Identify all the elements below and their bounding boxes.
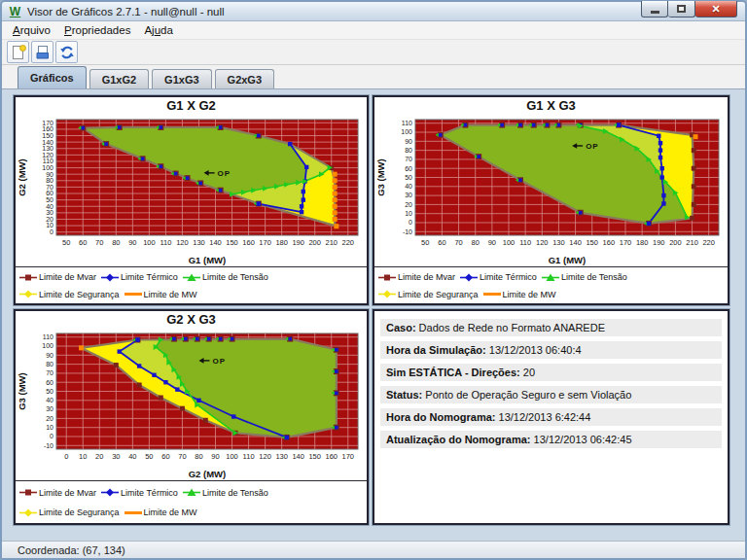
svg-text:OP: OP (586, 142, 599, 151)
svg-text:170: 170 (42, 120, 53, 126)
new-file-button[interactable] (7, 41, 29, 63)
svg-text:90: 90 (405, 138, 412, 145)
info-row: Caso: Dados de Rede no Formato ANAREDE (380, 319, 722, 336)
svg-text:70: 70 (405, 156, 412, 162)
info-row: Hora do Nomograma: 13/12/2013 6:42:44 (380, 408, 722, 426)
svg-text:40: 40 (46, 397, 53, 403)
coordinate-readout: Coordenada: (67, 134) (18, 544, 125, 556)
open-file-button[interactable] (31, 41, 53, 63)
svg-text:0: 0 (64, 452, 68, 461)
legend-item-limite-de-tens-o: Limite de Tensão (183, 272, 268, 282)
legend-item-limite-de-mw: Limite de MW (124, 290, 197, 299)
svg-text:20: 20 (46, 415, 53, 422)
menu-ajuda[interactable]: Ajuda (137, 22, 179, 38)
svg-text:100: 100 (42, 342, 53, 349)
legend-item-limite-de-mvar: Limite de Mvar (19, 488, 96, 498)
tab-g1xg2[interactable]: G1xG2 (89, 69, 149, 88)
tab-strip: GráficosG1xG2G1xG3G2xG3 (2, 65, 745, 88)
svg-text:110: 110 (43, 333, 53, 340)
svg-text:0: 0 (50, 228, 53, 235)
legend-item-limite-de-mvar: Limite de Mvar (19, 272, 96, 282)
svg-text:140: 140 (292, 452, 304, 461)
svg-text:80: 80 (112, 238, 120, 247)
svg-text:160: 160 (42, 125, 53, 132)
svg-text:30: 30 (405, 192, 412, 198)
svg-text:10: 10 (405, 210, 412, 217)
app-window: W Visor de Gráficos 2.7.1 - null@null - … (0, 0, 747, 560)
nomogram-plot[interactable]: 5060708090100110120130140150160170180190… (16, 113, 367, 266)
chart-title: G2 X G3 (16, 311, 367, 327)
title-bar: W Visor de Gráficos 2.7.1 - null@null - … (2, 2, 745, 21)
svg-text:0: 0 (50, 433, 53, 439)
svg-text:30: 30 (112, 452, 120, 461)
svg-text:60: 60 (46, 190, 53, 196)
svg-text:50: 50 (62, 238, 70, 247)
svg-text:50: 50 (405, 174, 412, 181)
menu-propriedades[interactable]: Propriedades (57, 22, 137, 38)
svg-text:0: 0 (409, 219, 412, 226)
svg-text:150: 150 (42, 132, 53, 139)
refresh-button[interactable] (55, 41, 78, 63)
svg-text:110: 110 (519, 238, 531, 247)
minimize-button[interactable] (641, 1, 668, 18)
window-controls: ✕ (641, 1, 737, 18)
svg-text:110: 110 (43, 158, 53, 164)
svg-text:110: 110 (402, 120, 412, 126)
nomogram-plot[interactable]: 5060708090100110120130140150160170180190… (374, 113, 728, 266)
svg-text:10: 10 (79, 452, 87, 461)
chart-panel-g2xg3: G2 X G3010203040506070809010011012013014… (14, 309, 369, 525)
svg-text:140: 140 (569, 238, 582, 247)
svg-text:150: 150 (586, 238, 598, 247)
svg-text:100: 100 (143, 238, 156, 247)
limite-de-seguran-a-marker-icon (19, 290, 37, 298)
new-file-icon (11, 45, 26, 60)
svg-text:120: 120 (536, 238, 549, 247)
chart-legend: Limite de MvarLimite TérmicoLimite de Te… (374, 266, 728, 303)
limite-de-seguran-a-marker-icon (378, 290, 396, 298)
app-icon: W (8, 5, 22, 18)
svg-text:60: 60 (46, 379, 53, 386)
svg-text:170: 170 (620, 238, 632, 247)
svg-text:110: 110 (160, 238, 171, 247)
chart-panel-g1xg2: G1 X G2506070809010011012013014015016017… (14, 95, 369, 305)
svg-text:130: 130 (552, 238, 565, 247)
limite-de-mw-marker-icon (124, 290, 142, 298)
svg-text:220: 220 (702, 238, 715, 247)
legend-item-limite-de-seguran-a: Limite de Segurança (378, 290, 479, 299)
svg-text:100: 100 (226, 452, 238, 461)
chart-legend: Limite de MvarLimite TérmicoLimite de Te… (16, 266, 367, 303)
svg-text:90: 90 (488, 238, 496, 247)
chart-legend: Limite de MvarLimite TérmicoLimite de Te… (16, 480, 367, 523)
nomogram-plot[interactable]: 0102030405060708090100110120130140150160… (16, 327, 367, 480)
svg-text:170: 170 (259, 238, 271, 247)
tab-g1xg3[interactable]: G1xG3 (152, 69, 211, 88)
svg-text:80: 80 (46, 177, 53, 184)
menu-arquivo[interactable]: Arquivo (6, 22, 57, 38)
maximize-button[interactable] (668, 1, 695, 18)
svg-text:G3 (MW): G3 (MW) (375, 158, 386, 196)
svg-text:10: 10 (46, 424, 53, 431)
svg-text:210: 210 (686, 238, 698, 247)
tab-grficos[interactable]: Gráficos (18, 66, 87, 88)
close-button[interactable]: ✕ (695, 1, 737, 18)
svg-text:100: 100 (42, 164, 53, 171)
svg-text:120: 120 (42, 152, 53, 158)
svg-text:G1 (MW): G1 (MW) (549, 255, 587, 265)
svg-text:70: 70 (178, 452, 186, 461)
svg-text:70: 70 (95, 238, 103, 247)
limite-t-rmico-marker-icon (460, 273, 478, 282)
tab-content-graficos: G1 X G2506070809010011012013014015016017… (2, 88, 745, 541)
svg-text:140: 140 (209, 238, 222, 247)
svg-text:190: 190 (653, 238, 665, 247)
svg-text:140: 140 (42, 139, 53, 146)
tab-g2xg3[interactable]: G2xG3 (215, 69, 274, 88)
status-bar: Coordenada: (67, 134) (2, 541, 745, 558)
svg-text:200: 200 (669, 238, 682, 247)
info-row: Atualização do Nomograma: 13/12/2013 06:… (380, 431, 722, 448)
svg-text:70: 70 (46, 184, 53, 191)
svg-text:180: 180 (275, 238, 288, 247)
svg-text:130: 130 (193, 238, 205, 247)
limite-de-seguran-a-marker-icon (19, 508, 37, 517)
legend-item-limite-t-rmico: Limite Térmico (101, 272, 178, 282)
svg-text:50: 50 (421, 238, 429, 247)
